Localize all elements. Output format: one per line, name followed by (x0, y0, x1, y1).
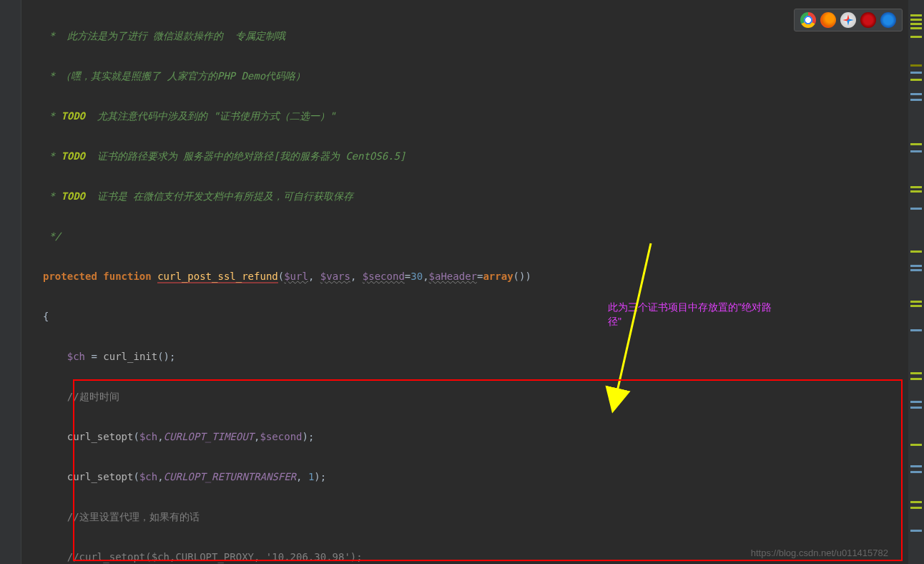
watermark-text: https://blog.csdn.net/u011415782 (751, 548, 888, 558)
doc-comment: * TODO 尤其注意代码中涉及到的 "证书使用方式（二选一）" (43, 110, 335, 122)
opera-icon[interactable] (860, 12, 876, 28)
browser-preview-toolbar (794, 9, 903, 31)
open-brace: { (21, 306, 906, 326)
safari-icon[interactable] (840, 12, 856, 28)
doc-comment: * TODO 证书的路径要求为 服务器中的绝对路径[我的服务器为 CentOS6… (43, 150, 406, 162)
doc-comment: * TODO 证书是 在微信支付开发文档中有所提及，可自行获取保存 (43, 190, 353, 202)
doc-comment-end: */ (43, 230, 61, 242)
code-editor[interactable]: * 此方法是为了进行 微信退款操作的 专属定制哦 * （嘿，其实就是照搬了 人家… (21, 0, 906, 564)
firefox-icon[interactable] (820, 12, 836, 28)
annotation-label: 此为三个证书项目中存放置的"绝对路径" (608, 301, 772, 329)
code-line: curl_setopt($ch,CURLOPT_TIMEOUT,$second)… (21, 427, 906, 447)
function-signature: protected function curl_post_ssl_refund(… (21, 266, 906, 286)
chrome-icon[interactable] (800, 12, 816, 28)
editor-gutter (0, 0, 21, 564)
doc-comment: * 此方法是为了进行 微信退款操作的 专属定制哦 (43, 30, 285, 42)
minimap-scrollbar[interactable] (908, 0, 924, 564)
comment-line: //超时时间 (21, 386, 906, 407)
doc-comment: * （嘿，其实就是照搬了 人家官方的PHP Demo代码咯） (43, 70, 305, 82)
code-line: curl_setopt($ch,CURLOPT_RETURNTRANSFER, … (21, 467, 906, 487)
ie-icon[interactable] (880, 12, 896, 28)
code-line: $ch = curl_init(); (21, 346, 906, 366)
comment-line: //这里设置代理，如果有的话 (21, 507, 906, 527)
